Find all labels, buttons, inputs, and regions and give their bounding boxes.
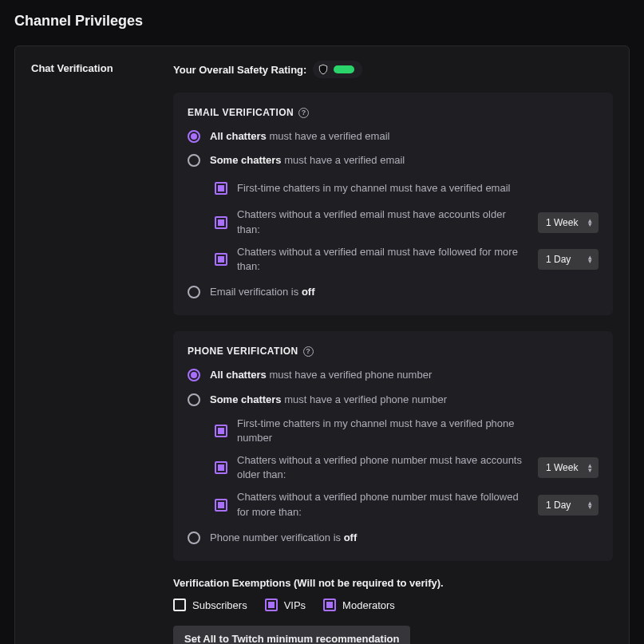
help-icon[interactable]: ? — [303, 346, 314, 357]
phone-option-all-text: All chatters must have a verified phone … — [210, 368, 432, 382]
phone-option-off[interactable]: Phone number verification is off — [188, 531, 599, 545]
phone-card-header: PHONE VERIFICATION ? — [188, 346, 599, 357]
phone-sub2-text: Chatters without a verified phone number… — [237, 453, 524, 482]
phone-follow-age-select[interactable]: 1 Day ▴▾ — [538, 495, 599, 516]
email-header-text: EMAIL VERIFICATION — [188, 107, 294, 118]
checkbox-icon[interactable] — [215, 499, 227, 512]
exemption-moderators[interactable]: Moderators — [323, 599, 395, 611]
panel-content: Your Overall Safety Rating: EMAIL VERIFI… — [173, 61, 613, 644]
radio-selected-icon[interactable] — [188, 130, 200, 143]
panel-label: Chat Verification — [31, 61, 151, 644]
safety-rating-badge — [313, 61, 362, 78]
chat-verification-panel: Chat Verification Your Overall Safety Ra… — [14, 45, 630, 644]
radio-selected-icon[interactable] — [188, 369, 200, 381]
email-option-some-text: Some chatters must have a verified email — [210, 153, 405, 168]
set-minimum-button[interactable]: Set All to Twitch minimum recommendation — [173, 626, 410, 644]
phone-header-text: PHONE VERIFICATION — [188, 346, 298, 357]
email-follow-age-select[interactable]: 1 Day ▴▾ — [538, 249, 599, 270]
checkbox-icon[interactable] — [215, 182, 227, 195]
radio-icon[interactable] — [188, 286, 200, 298]
chevron-updown-icon: ▴▾ — [588, 500, 592, 509]
exemption-subscribers[interactable]: Subscribers — [173, 599, 247, 611]
chevron-updown-icon: ▴▾ — [588, 464, 592, 472]
email-sub-options: First-time chatters in my channel must h… — [215, 177, 599, 274]
phone-sub-follow-age: Chatters without a verified phone number… — [215, 490, 599, 519]
checkbox-icon[interactable] — [265, 599, 278, 611]
chevron-updown-icon: ▴▾ — [588, 255, 592, 264]
help-icon[interactable]: ? — [298, 108, 309, 118]
checkbox-icon[interactable] — [323, 599, 336, 611]
exemption-vips[interactable]: VIPs — [265, 599, 306, 611]
email-account-age-select[interactable]: 1 Week ▴▾ — [538, 212, 599, 233]
email-sub2-text: Chatters without a verified email must h… — [237, 207, 524, 236]
safety-rating-label: Your Overall Safety Rating: — [173, 64, 306, 76]
email-sub-follow-age: Chatters without a verified email must h… — [215, 245, 599, 274]
phone-verification-card: PHONE VERIFICATION ? All chatters must h… — [173, 331, 613, 561]
phone-account-age-select[interactable]: 1 Week ▴▾ — [538, 457, 599, 478]
chevron-updown-icon: ▴▾ — [588, 218, 592, 227]
checkbox-icon[interactable] — [215, 461, 227, 474]
phone-option-off-text: Phone number verification is off — [210, 531, 357, 545]
email-sub-first-time: First-time chatters in my channel must h… — [215, 177, 599, 200]
radio-icon[interactable] — [188, 154, 200, 167]
email-option-off[interactable]: Email verification is off — [188, 285, 599, 299]
safety-pill-icon — [334, 65, 354, 73]
checkbox-icon[interactable] — [215, 253, 227, 266]
email-option-all[interactable]: All chatters must have a verified email — [188, 129, 599, 144]
email-option-off-text: Email verification is off — [210, 285, 314, 299]
email-sub3-text: Chatters without a verified email must h… — [237, 245, 524, 274]
phone-option-all[interactable]: All chatters must have a verified phone … — [188, 368, 599, 382]
exemption-vips-label: VIPs — [284, 599, 306, 611]
phone-sub-options: First-time chatters in my channel must h… — [215, 417, 599, 520]
shield-icon — [318, 64, 329, 75]
phone-sub1-text: First-time chatters in my channel must h… — [237, 417, 524, 445]
page-title: Channel Privileges — [0, 0, 644, 45]
email-card-header: EMAIL VERIFICATION ? — [188, 107, 599, 118]
email-option-all-text: All chatters must have a verified email — [210, 129, 389, 144]
email-verification-card: EMAIL VERIFICATION ? All chatters must h… — [173, 93, 613, 315]
phone-option-some-text: Some chatters must have a verified phone… — [210, 393, 447, 407]
checkbox-icon[interactable] — [215, 425, 227, 437]
checkbox-icon[interactable] — [215, 216, 227, 229]
phone-sub-account-age: Chatters without a verified phone number… — [215, 453, 599, 482]
radio-icon[interactable] — [188, 531, 200, 544]
exemptions-row: Subscribers VIPs Moderators — [173, 599, 613, 611]
phone-sub3-text: Chatters without a verified phone number… — [237, 490, 524, 519]
exemption-subscribers-label: Subscribers — [192, 599, 247, 611]
radio-icon[interactable] — [188, 393, 200, 406]
email-sub-account-age: Chatters without a verified email must h… — [215, 207, 599, 236]
exemption-moderators-label: Moderators — [342, 599, 395, 611]
checkbox-icon[interactable] — [173, 599, 186, 611]
exemptions-title: Verification Exemptions (Will not be req… — [173, 577, 613, 589]
phone-sub-first-time: First-time chatters in my channel must h… — [215, 417, 599, 445]
safety-rating-row: Your Overall Safety Rating: — [173, 61, 613, 78]
phone-option-some[interactable]: Some chatters must have a verified phone… — [188, 393, 599, 407]
email-sub1-text: First-time chatters in my channel must h… — [237, 181, 524, 196]
email-option-some[interactable]: Some chatters must have a verified email — [188, 153, 599, 168]
